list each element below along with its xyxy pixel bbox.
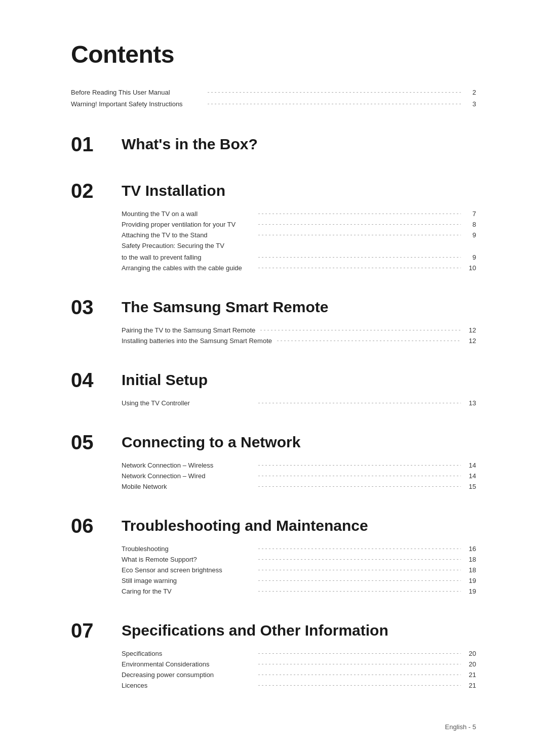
dot-leader: [258, 403, 461, 403]
page-number: 19: [466, 587, 476, 595]
toc-entry: Warning! Important Safety Instructions3: [71, 100, 476, 108]
dot-leader: [258, 465, 461, 466]
chapter-number: 06: [71, 515, 122, 537]
chapter-03: 03The Samsung Smart RemotePairing the TV…: [71, 296, 476, 345]
entry-text: Before Reading This User Manual: [71, 89, 203, 96]
page-number: 12: [466, 337, 476, 345]
page-number: 12: [466, 326, 476, 334]
dot-leader: [277, 341, 461, 341]
chapter-07: 07Specifications and Other InformationSp…: [71, 619, 476, 689]
entry-text: What is Remote Support?: [122, 556, 253, 563]
entry-text: Warning! Important Safety Instructions: [71, 100, 203, 108]
page-number: 21: [466, 682, 476, 689]
chapter-header: 06Troubleshooting and Maintenance: [71, 515, 476, 537]
entry-text: Mobile Network: [122, 483, 253, 490]
toc-entry: Caring for the TV19: [122, 587, 476, 595]
page-number: 14: [466, 472, 476, 480]
entry-text: Using the TV Controller: [122, 399, 253, 407]
dot-leader: [258, 591, 461, 592]
toc-entry: What is Remote Support?18: [122, 556, 476, 563]
page-title: Contents: [71, 40, 476, 68]
dot-leader: [260, 330, 461, 330]
dot-leader: [258, 653, 461, 654]
toc-entry: Pairing the TV to the Samsung Smart Remo…: [122, 326, 476, 334]
chapter-number: 07: [71, 619, 122, 642]
dot-leader: [258, 664, 461, 664]
intro-section: Before Reading This User Manual2Warning!…: [71, 89, 476, 108]
entry-text: Installing batteries into the Samsung Sm…: [122, 337, 272, 345]
page-number: 3: [466, 100, 476, 108]
dot-leader: [258, 257, 461, 258]
footer-text: English - 5: [445, 723, 476, 731]
toc-entry: Specifications20: [122, 650, 476, 657]
page-number: 20: [466, 650, 476, 657]
chapter-entries: Using the TV Controller13: [71, 399, 476, 407]
chapter-number: 05: [71, 431, 122, 453]
chapter-number: 02: [71, 180, 122, 202]
entry-text: Providing proper ventilation for your TV: [122, 221, 253, 228]
chapter-04: 04Initial SetupUsing the TV Controller13: [71, 369, 476, 407]
dot-leader: [258, 570, 461, 570]
chapter-header: 03The Samsung Smart Remote: [71, 296, 476, 318]
dot-leader: [258, 268, 461, 268]
entry-text: Network Connection – Wired: [122, 472, 253, 480]
toc-entry: Environmental Considerations20: [122, 660, 476, 668]
toc-entry: Troubleshooting16: [122, 545, 476, 553]
toc-entry: Network Connection – Wireless14: [122, 461, 476, 469]
chapter-entries: Pairing the TV to the Samsung Smart Remo…: [71, 326, 476, 345]
page-number: 15: [466, 483, 476, 490]
dot-leader: [258, 214, 461, 214]
page-number: 18: [466, 566, 476, 574]
dot-leader: [258, 559, 461, 560]
chapter-02: 02TV InstallationMounting the TV on a wa…: [71, 180, 476, 272]
chapter-header: 04Initial Setup: [71, 369, 476, 391]
toc-entry: Safety Precaution: Securing the TV: [122, 242, 476, 249]
page-number: 9: [466, 254, 476, 261]
dot-leader: [258, 224, 461, 225]
page-number: 13: [466, 399, 476, 407]
toc-entry: Installing batteries into the Samsung Sm…: [122, 337, 476, 345]
chapter-header: 07Specifications and Other Information: [71, 619, 476, 642]
toc-entry: Licences21: [122, 682, 476, 689]
page-number: 18: [466, 556, 476, 563]
chapter-title: What's in the Box?: [122, 133, 258, 153]
chapter-05: 05Connecting to a NetworkNetwork Connect…: [71, 431, 476, 490]
toc-entry: Mobile Network15: [122, 483, 476, 490]
toc-entry: Network Connection – Wired14: [122, 472, 476, 480]
page-number: 16: [466, 545, 476, 553]
chapter-header: 05Connecting to a Network: [71, 431, 476, 453]
page-number: 8: [466, 221, 476, 228]
toc-entry: Arranging the cables with the cable guid…: [122, 264, 476, 272]
chapter-title: TV Installation: [122, 180, 225, 200]
entry-text: Environmental Considerations: [122, 660, 253, 668]
chapter-number: 03: [71, 296, 122, 318]
chapter-header: 01What's in the Box?: [71, 133, 476, 155]
page-number: 2: [466, 89, 476, 96]
entry-text: Mounting the TV on a wall: [122, 210, 253, 218]
page-number: 9: [466, 231, 476, 239]
entry-text: Caring for the TV: [122, 587, 253, 595]
chapter-number: 04: [71, 369, 122, 391]
toc-entry: Attaching the TV to the Stand9: [122, 231, 476, 239]
chapter-entries: Network Connection – Wireless14Network C…: [71, 461, 476, 490]
entry-text: Specifications: [122, 650, 253, 657]
entry-text: Decreasing power consumption: [122, 671, 253, 679]
page-number: 20: [466, 660, 476, 668]
toc-entry: Before Reading This User Manual2: [71, 89, 476, 96]
dot-leader: [258, 549, 461, 549]
page-number: 19: [466, 577, 476, 584]
entry-text: Safety Precaution: Securing the TV: [122, 242, 224, 249]
dot-leader: [258, 580, 461, 581]
page-number: 10: [466, 264, 476, 272]
entry-text: Still image warning: [122, 577, 253, 584]
entry-text: Pairing the TV to the Samsung Smart Remo…: [122, 326, 255, 334]
chapter-header: 02TV Installation: [71, 180, 476, 202]
toc-entry: Mounting the TV on a wall7: [122, 210, 476, 218]
toc-entry: Still image warning19: [122, 577, 476, 584]
dot-leader: [258, 685, 461, 686]
page-number: 14: [466, 461, 476, 469]
dot-leader: [258, 675, 461, 675]
chapter-title: Troubleshooting and Maintenance: [122, 515, 368, 535]
entry-text: Attaching the TV to the Stand: [122, 231, 253, 239]
dot-leader: [208, 92, 461, 93]
